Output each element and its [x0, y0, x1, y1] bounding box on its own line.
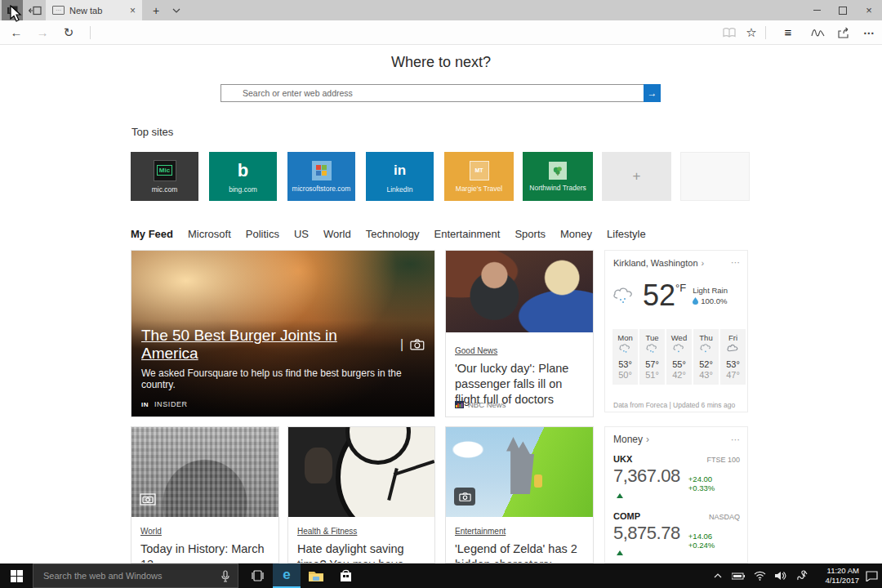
article-title[interactable]: Hate daylight saving time? You may have [297, 541, 426, 564]
tab-close-icon[interactable]: × [130, 5, 136, 16]
feed-tab-politics[interactable]: Politics [246, 228, 279, 240]
feed-tab-us[interactable]: US [294, 228, 309, 240]
article-category[interactable]: Good News [455, 346, 497, 355]
forecast-day[interactable]: Wed 55°42° [666, 329, 692, 385]
battery-tray-icon[interactable] [728, 564, 748, 588]
forecast-day[interactable]: Thu 52°43° [693, 329, 719, 385]
maximize-button[interactable] [830, 0, 856, 20]
feed-tab-world[interactable]: World [323, 228, 351, 240]
article-card-burger[interactable]: The 50 Best Burger Joints in America | W… [131, 250, 435, 417]
hub-button[interactable]: ≡ [776, 20, 800, 44]
weather-more-icon[interactable]: ⋯ [731, 257, 741, 268]
minimize-icon [813, 10, 821, 11]
feed-tab-technology[interactable]: Technology [366, 228, 420, 240]
edge-taskbar-button[interactable]: e [273, 564, 301, 588]
forecast-day[interactable]: Tue 57°51° [639, 329, 665, 385]
money-widget[interactable]: Money › ⋯ UKXFTSE 100 7,367.08 +24.00 +0… [604, 426, 748, 564]
top-sites-heading: Top sites [131, 126, 173, 138]
weather-location[interactable]: Kirkland, Washington [613, 258, 698, 268]
tray-show-hidden-icons[interactable] [709, 564, 727, 588]
article-category[interactable]: Entertainment [455, 527, 506, 536]
tile-label: Northwind Traders [529, 184, 586, 192]
file-explorer-button[interactable] [302, 564, 330, 588]
browser-toolbar: ← → ↻ ☆ ≡ ⋯ [0, 20, 882, 45]
toolbar-separator [765, 26, 766, 39]
volume-tray-icon[interactable] [771, 564, 791, 588]
taskbar-clock[interactable]: 11:20 AM 4/11/2017 [825, 564, 859, 588]
article-card-daylight-saving[interactable]: Health & Fitness Hate daylight saving ti… [287, 426, 435, 564]
money-header: Money › ⋯ [613, 434, 741, 445]
feed-tab-my-feed[interactable]: My Feed [131, 228, 173, 240]
share-button[interactable] [831, 20, 856, 44]
article-card-zelda[interactable]: Entertainment 'Legend of Zelda' has 2 hi… [445, 426, 594, 564]
article-category[interactable]: World [140, 527, 162, 536]
insider-badge-icon: IN [141, 401, 149, 408]
top-site-tile-mic[interactable]: Mic mic.com [131, 152, 198, 201]
article-title[interactable]: The 50 Best Burger Joints in America [141, 327, 394, 363]
top-site-tile-bing[interactable]: b bing.com [209, 152, 277, 201]
desktop: ⋯ New tab × + × ← → ↻ ☆ ≡ ⋯ Where to nex… [0, 0, 882, 588]
chevron-up-icon [714, 573, 722, 578]
money-title[interactable]: Money [613, 434, 643, 445]
new-tab-button[interactable]: + [145, 0, 167, 20]
stock-row-ukx[interactable]: UKXFTSE 100 7,367.08 +24.00 +0.33% [613, 454, 740, 501]
top-site-tile-microsoftstore[interactable]: microsoftstore.com [287, 152, 355, 201]
go-button[interactable]: → [644, 84, 661, 102]
article-body: World Today in History: March 13 [140, 523, 270, 564]
search-input[interactable] [220, 84, 644, 102]
volume-icon [775, 571, 786, 581]
taskbar-search-box[interactable]: Search the web and Windows [33, 564, 238, 588]
article-title[interactable]: 'Legend of Zelda' has 2 hidden character… [455, 541, 585, 564]
tile-label: Margie's Travel [456, 185, 502, 193]
feed-tab-sports[interactable]: Sports [514, 228, 546, 240]
browser-tab[interactable]: ⋯ New tab × [46, 0, 142, 20]
feed-tab-entertainment[interactable]: Entertainment [434, 228, 501, 240]
stock-row-comp[interactable]: COMPNASDAQ 5,875.78 +14.06 +0.24% [613, 511, 740, 559]
set-tabs-aside-icon[interactable] [24, 0, 46, 20]
feed-tab-lifestyle[interactable]: Lifestyle [607, 228, 646, 240]
article-card-good-news[interactable]: Good News 'Our lucky day': Plane passeng… [445, 250, 594, 417]
add-top-site-tile[interactable]: + [602, 152, 671, 201]
tab-preview-chevron-icon[interactable] [167, 0, 186, 20]
weather-widget[interactable]: Kirkland, Washington › ⋯ 52 °F Light Rai… [604, 250, 748, 412]
forecast-day[interactable]: Fri 53°47° [720, 329, 746, 385]
pen-icon [811, 27, 825, 38]
article-category[interactable]: Health & Fitness [297, 527, 357, 536]
top-site-tile-linkedin[interactable]: in LinkedIn [366, 152, 434, 201]
stock-list: UKXFTSE 100 7,367.08 +24.00 +0.33% COMPN… [613, 447, 740, 564]
start-button[interactable] [0, 564, 33, 588]
clock-image [288, 427, 434, 517]
article-card-history[interactable]: World Today in History: March 13 [131, 426, 279, 564]
close-window-button[interactable]: × [856, 0, 882, 20]
minimize-button[interactable] [804, 0, 830, 20]
article-title[interactable]: Today in History: March 13 [140, 541, 270, 564]
feed-tab-money[interactable]: Money [560, 228, 592, 240]
microphone-icon[interactable] [221, 570, 229, 582]
more-actions-button[interactable]: ⋯ [858, 20, 880, 44]
linkedin-logo-icon: in [394, 160, 406, 181]
forward-button[interactable]: → [31, 20, 54, 44]
toolbar-separator [90, 26, 91, 39]
top-site-tile-northwind-traders[interactable]: Northwind Traders [523, 152, 593, 201]
forecast-day[interactable]: Mon 53°50° [612, 329, 638, 385]
top-site-tile-margies-travel[interactable]: MT Margie's Travel [444, 152, 514, 201]
wifi-tray-icon[interactable] [750, 564, 769, 588]
action-center-button[interactable] [861, 564, 882, 588]
windows-ink-tray-icon[interactable] [792, 564, 812, 588]
clock-time: 11:20 AM [827, 566, 859, 576]
store-button[interactable] [332, 564, 359, 588]
refresh-icon: ↻ [64, 26, 74, 38]
money-more-icon[interactable]: ⋯ [731, 434, 741, 445]
article-body: Health & Fitness Hate daylight saving ti… [297, 523, 426, 564]
mouse-cursor [10, 5, 23, 26]
web-note-button[interactable] [805, 20, 830, 44]
task-view-button[interactable] [243, 564, 271, 588]
tab-title: New tab [69, 6, 127, 16]
task-view-icon [251, 570, 265, 581]
edge-icon: e [283, 567, 290, 583]
share-icon [838, 27, 850, 38]
feed-tab-microsoft[interactable]: Microsoft [188, 228, 231, 240]
refresh-button[interactable]: ↻ [57, 20, 80, 44]
empty-top-site-tile [680, 152, 750, 201]
favorites-button[interactable]: ☆ [741, 20, 762, 44]
